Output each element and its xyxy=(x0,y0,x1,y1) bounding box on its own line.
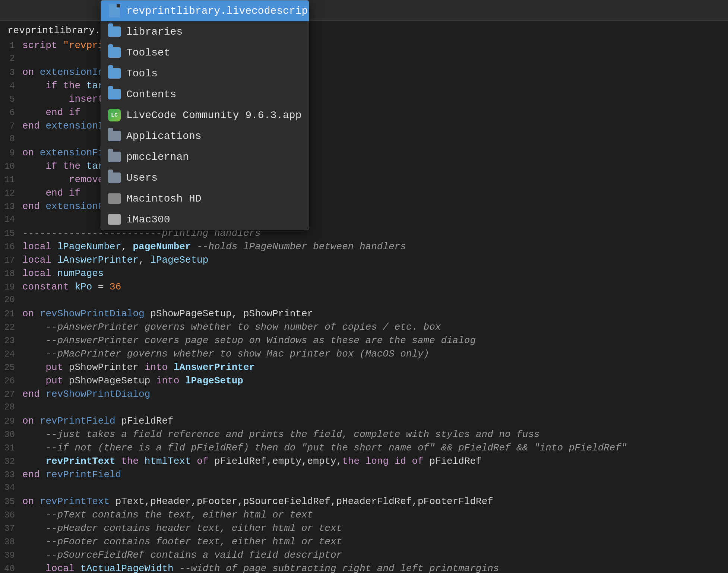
code-line: 34 xyxy=(0,482,728,496)
line-number: 36 xyxy=(0,510,22,520)
dropdown-item-label: revprintlibrary.livecodescript xyxy=(126,5,309,17)
line-number: 20 xyxy=(0,295,22,305)
line-number: 25 xyxy=(0,363,22,373)
line-content: put pShowPrinter into lAnswerPrinter xyxy=(22,362,255,373)
dropdown-item-macintosh-hd[interactable]: Macintosh HD xyxy=(101,188,309,209)
path-dropdown[interactable]: revprintlibrary.livecodescriptlibrariesT… xyxy=(101,0,309,230)
code-line: 21on revShowPrintDialog pShowPageSetup, … xyxy=(0,308,728,321)
dropdown-item-label: Contents xyxy=(126,89,176,100)
code-line: 20 xyxy=(0,294,728,308)
folder-blue-icon xyxy=(108,46,121,59)
code-line: 17local lAnswerPrinter, lPageSetup xyxy=(0,254,728,267)
line-number: 1 xyxy=(0,41,22,51)
line-number: 13 xyxy=(0,202,22,212)
dropdown-item-pmcclernan[interactable]: pmcclernan xyxy=(101,146,309,167)
line-content: --pText contains the text, either html o… xyxy=(22,509,313,520)
dropdown-item-applications[interactable]: Applications xyxy=(101,126,309,146)
dropdown-item-users[interactable]: Users xyxy=(101,167,309,188)
code-line: 18local numPages xyxy=(0,267,728,281)
line-content: local lAnswerPrinter, lPageSetup xyxy=(22,254,208,266)
line-number: 10 xyxy=(0,161,22,171)
line-content: on revPrintText pText,pHeader,pFooter,pS… xyxy=(22,496,493,507)
line-content: --if not (there is a fld pFieldRef) then… xyxy=(22,442,627,453)
line-number: 3 xyxy=(0,67,22,77)
line-number: 35 xyxy=(0,497,22,507)
code-line: 28 xyxy=(0,402,728,415)
dropdown-item-label: Applications xyxy=(126,130,202,142)
line-number: 32 xyxy=(0,456,22,466)
code-line: 25 put pShowPrinter into lAnswerPrinter xyxy=(0,361,728,375)
line-number: 26 xyxy=(0,376,22,386)
line-number: 23 xyxy=(0,336,22,346)
line-content: --pFooter contains footer text, either h… xyxy=(22,536,342,547)
code-line: 24 --pMacPrinter governs whether to show… xyxy=(0,348,728,361)
line-content: end revShowPrintDialog xyxy=(22,389,150,400)
dropdown-item-imac300[interactable]: iMac300 xyxy=(101,209,309,230)
line-number: 37 xyxy=(0,523,22,534)
dropdown-item-tools[interactable]: Tools xyxy=(101,63,309,84)
line-number: 21 xyxy=(0,309,22,319)
line-content: local lPageNumber, pageNumber --holds lP… xyxy=(22,241,406,252)
line-number: 19 xyxy=(0,282,22,292)
line-number: 16 xyxy=(0,242,22,252)
dropdown-item-libraries[interactable]: libraries xyxy=(101,21,309,42)
line-number: 33 xyxy=(0,470,22,480)
code-line: 31 --if not (there is a fld pFieldRef) t… xyxy=(0,442,728,455)
dropdown-item-label: iMac300 xyxy=(126,214,170,225)
hd-icon xyxy=(108,192,121,205)
folder-gray-icon xyxy=(108,150,121,164)
line-content: local tActualPageWidth --width of page s… xyxy=(22,563,499,573)
line-content: end revPrintField xyxy=(22,469,121,480)
code-line: 29on revPrintField pFieldRef xyxy=(0,415,728,428)
dropdown-item-contents[interactable]: Contents xyxy=(101,84,309,105)
dropdown-item-file[interactable]: revprintlibrary.livecodescript xyxy=(101,0,309,21)
dropdown-item-label: Macintosh HD xyxy=(126,193,202,205)
line-content: local numPages xyxy=(22,268,104,279)
line-number: 34 xyxy=(0,482,22,493)
folder-blue-icon xyxy=(108,88,121,101)
line-number: 22 xyxy=(0,322,22,332)
line-number: 28 xyxy=(0,402,22,412)
line-number: 4 xyxy=(0,81,22,91)
code-line: 19constant kPo = 36 xyxy=(0,281,728,294)
dropdown-item-toolset[interactable]: Toolset xyxy=(101,42,309,63)
line-content: --pAnswerPrinter covers page setup on Wi… xyxy=(22,335,476,346)
line-content: --pHeader contains header text, either h… xyxy=(22,523,342,534)
dropdown-item-livecode[interactable]: LCLiveCode Community 9.6.3.app xyxy=(101,105,309,126)
dropdown-item-label: Toolset xyxy=(126,47,170,58)
dropdown-item-label: Tools xyxy=(126,68,158,79)
code-line: 32 revPrintText the htmlText of pFieldRe… xyxy=(0,455,728,469)
dropdown-item-label: Users xyxy=(126,172,158,184)
line-content: --pAnswerPrinter governs whether to show… xyxy=(22,322,441,333)
code-line: 23 --pAnswerPrinter covers page setup on… xyxy=(0,335,728,348)
line-content: on revPrintField pFieldRef xyxy=(22,415,174,427)
line-content: put pShowPageSetup into lPageSetup xyxy=(22,375,243,386)
line-number: 40 xyxy=(0,564,22,573)
dropdown-item-label: libraries xyxy=(126,26,183,38)
code-line: 27end revShowPrintDialog xyxy=(0,388,728,402)
code-line: 37 --pHeader contains header text, eithe… xyxy=(0,522,728,536)
line-content: revPrintText the htmlText of pFieldRef,e… xyxy=(22,456,482,467)
line-number: 7 xyxy=(0,121,22,131)
line-number: 24 xyxy=(0,349,22,359)
line-content: --pSourceFieldRef contains a vaild field… xyxy=(22,550,342,561)
code-line: 26 put pShowPageSetup into lPageSetup xyxy=(0,375,728,388)
dropdown-item-label: pmcclernan xyxy=(126,151,189,163)
line-content: on revShowPrintDialog pShowPageSetup, pS… xyxy=(22,308,313,319)
line-number: 30 xyxy=(0,430,22,440)
file-icon xyxy=(108,4,121,18)
line-number: 9 xyxy=(0,148,22,158)
folder-gray-icon xyxy=(108,171,121,184)
code-line: 39 --pSourceFieldRef contains a vaild fi… xyxy=(0,549,728,563)
line-number: 38 xyxy=(0,537,22,547)
line-number: 17 xyxy=(0,255,22,265)
code-line: 40 local tActualPageWidth --width of pag… xyxy=(0,563,728,573)
line-number: 31 xyxy=(0,443,22,453)
folder-blue-icon xyxy=(108,67,121,80)
line-number: 11 xyxy=(0,175,22,185)
dropdown-item-label: LiveCode Community 9.6.3.app xyxy=(126,110,301,121)
code-line: 30 --just takes a field reference and pr… xyxy=(0,428,728,442)
line-number: 5 xyxy=(0,94,22,104)
line-content: end if xyxy=(22,107,80,118)
line-number: 18 xyxy=(0,269,22,279)
